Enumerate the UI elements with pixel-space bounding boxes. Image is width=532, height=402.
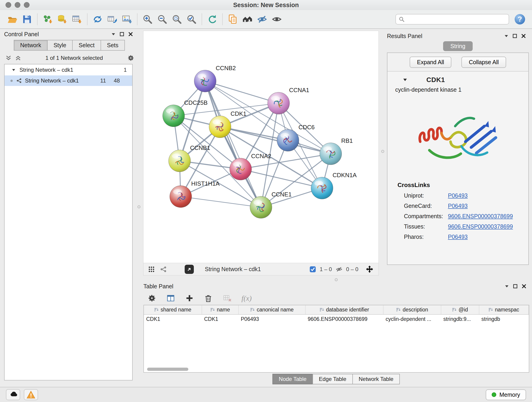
network-node-ccne1[interactable]: CCNE1 — [250, 191, 292, 218]
save-session-button[interactable] — [20, 12, 34, 27]
tab-sets[interactable]: Sets — [101, 40, 125, 51]
network-collection-row[interactable]: String Network – cdk1 1 — [5, 64, 132, 75]
window-zoom-button[interactable] — [24, 2, 30, 8]
network-edge[interactable] — [220, 127, 331, 154]
birds-eye-view-button[interactable] — [148, 266, 155, 273]
crosslink-tissues[interactable]: 9606.ENSP00000378699 — [448, 223, 513, 230]
cell-database-identifier[interactable]: 9606.ENSP00000378699 — [305, 314, 383, 324]
network-node-hist1h1a[interactable]: HIST1H1A — [170, 180, 220, 208]
table-panel: Table Panel f(x) — [143, 281, 529, 385]
column-header-id[interactable]: @id — [441, 305, 479, 314]
network-edge[interactable] — [205, 81, 278, 103]
horizontal-splitter[interactable] — [140, 278, 532, 281]
cell-description[interactable]: cyclin-dependent ... — [383, 314, 441, 324]
splitter-handle[interactable] — [381, 150, 384, 153]
memory-button[interactable]: Memory — [486, 389, 526, 400]
refresh-button[interactable] — [205, 12, 220, 27]
table-row[interactable]: CDK1 CDK1 P06493 9606.ENSP00000378699 cy… — [144, 314, 529, 324]
column-header-database-identifier[interactable]: database identifier — [305, 305, 383, 314]
column-header-name[interactable]: name — [202, 305, 239, 314]
network-view-canvas[interactable]: CCNB2CCNA1CDC25BCDK1CDC6RB1CCNB1CCNA2CDK… — [143, 31, 379, 263]
tab-node-table[interactable]: Node Table — [272, 374, 313, 384]
cell-id[interactable]: stringdb:9... — [441, 314, 479, 324]
network-edge[interactable] — [205, 81, 261, 207]
import-table-file-button[interactable] — [70, 12, 84, 27]
network-row-selected[interactable]: String Network – cdk1 11 48 — [5, 75, 132, 86]
crosslink-uniprot[interactable]: P06493 — [448, 192, 468, 199]
panel-menu-button[interactable] — [112, 33, 115, 36]
tab-select[interactable]: Select — [72, 40, 101, 51]
expand-all-button[interactable] — [15, 55, 21, 61]
delete-column-button[interactable] — [204, 294, 213, 303]
tab-edge-table[interactable]: Edge Table — [312, 374, 353, 384]
crosslink-pharos[interactable]: P06493 — [448, 234, 468, 240]
cell-shared-name[interactable]: CDK1 — [144, 314, 202, 324]
network-edge[interactable] — [181, 197, 261, 207]
houses-button[interactable] — [240, 12, 255, 27]
gene-section-header[interactable]: CDK1 — [387, 71, 528, 85]
table-options-button[interactable] — [147, 294, 156, 303]
new-network-from-selection-button[interactable] — [90, 12, 105, 27]
network-node-cdkn1a[interactable]: CDKN1A — [311, 172, 357, 199]
panel-float-button[interactable] — [513, 284, 517, 288]
import-network-database-button[interactable] — [55, 12, 70, 27]
import-network-file-button[interactable] — [40, 12, 55, 27]
tab-style[interactable]: Style — [47, 40, 73, 51]
results-tab-string[interactable]: String — [443, 41, 473, 51]
column-header-namespace[interactable]: namespac — [479, 305, 529, 314]
zoom-out-button[interactable] — [155, 12, 170, 27]
network-edge[interactable] — [241, 169, 322, 188]
fit-selected-button[interactable] — [365, 265, 374, 274]
add-column-button[interactable] — [185, 294, 194, 303]
panel-menu-button[interactable] — [505, 35, 508, 37]
panel-close-button[interactable] — [128, 32, 133, 36]
help-button[interactable]: ? — [514, 13, 527, 26]
network-options-button[interactable] — [127, 54, 134, 62]
column-header-canonical-name[interactable]: canonical name — [239, 305, 305, 314]
warnings-button[interactable] — [24, 389, 38, 400]
zoom-in-button[interactable] — [140, 12, 155, 27]
hide-graphics-button[interactable] — [255, 12, 269, 27]
panel-close-button[interactable] — [521, 34, 526, 38]
show-graphics-button[interactable] — [269, 12, 284, 27]
network-node-label: CDC6 — [298, 124, 315, 130]
tab-network-table[interactable]: Network Table — [352, 374, 400, 384]
panel-float-button[interactable] — [513, 34, 517, 38]
tab-network[interactable]: Network — [14, 40, 48, 51]
expand-all-results-button[interactable]: Expand All — [410, 57, 451, 68]
panel-menu-button[interactable] — [505, 285, 509, 288]
network-node-rb1[interactable]: RB1 — [320, 138, 353, 165]
panel-float-button[interactable] — [120, 32, 124, 36]
zoom-selected-button[interactable] — [184, 12, 199, 27]
splitter-handle[interactable] — [138, 205, 140, 208]
window-close-button[interactable] — [6, 2, 11, 8]
column-header-shared-name[interactable]: shared name — [144, 305, 202, 314]
collapse-all-button[interactable] — [6, 55, 12, 61]
search-input[interactable] — [407, 16, 506, 23]
export-image-button[interactable] — [120, 12, 134, 27]
network-node-ccna1[interactable]: CCNA1 — [268, 87, 309, 114]
splitter-handle[interactable] — [335, 278, 338, 281]
network-overview-button[interactable] — [160, 266, 167, 273]
left-splitter[interactable] — [138, 29, 140, 387]
panel-close-button[interactable] — [522, 284, 526, 288]
export-table-button[interactable] — [105, 12, 120, 27]
vertical-splitter[interactable] — [379, 29, 387, 278]
cloud-button[interactable] — [6, 389, 20, 400]
cell-namespace[interactable]: stringdb — [479, 314, 529, 324]
window-minimize-button[interactable] — [15, 2, 20, 8]
network-node-cdk1[interactable]: CDK1 — [209, 110, 246, 138]
network-node-ccnb1[interactable]: CCNB1 — [169, 145, 210, 172]
zoom-fit-button[interactable] — [170, 12, 184, 27]
cell-canonical-name[interactable]: P06493 — [239, 314, 305, 324]
crosslink-compartments[interactable]: 9606.ENSP00000378699 — [448, 213, 513, 220]
crosslink-genecard[interactable]: P06493 — [448, 203, 468, 209]
copy-document-button[interactable] — [225, 12, 240, 27]
horizontal-scrollbar[interactable] — [147, 368, 188, 371]
show-columns-button[interactable] — [166, 294, 175, 303]
collapse-all-results-button[interactable]: Collapse All — [462, 57, 506, 68]
cell-name[interactable]: CDK1 — [202, 314, 239, 324]
detach-view-button[interactable] — [185, 265, 194, 274]
column-header-description[interactable]: description — [383, 305, 441, 314]
open-session-button[interactable] — [5, 12, 20, 27]
